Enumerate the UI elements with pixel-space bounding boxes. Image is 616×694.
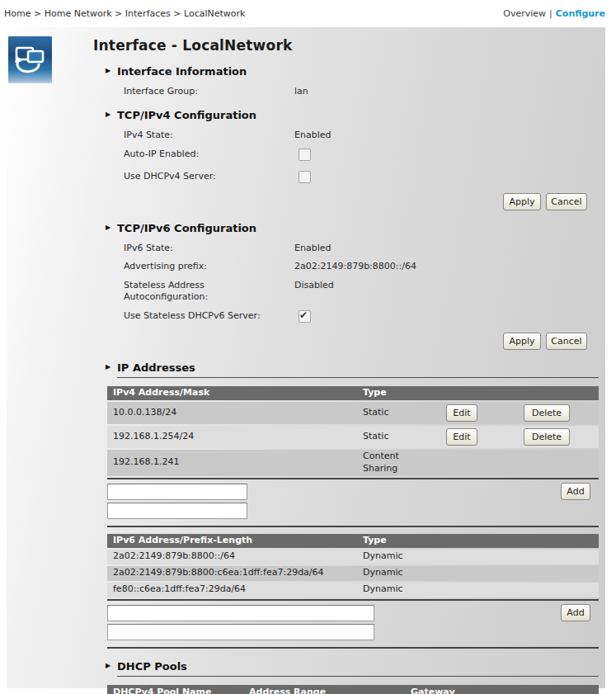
field-label: Advertising prefix:: [124, 261, 294, 272]
ipv4-address-input[interactable]: [107, 484, 247, 500]
column-header-type: Type: [363, 387, 421, 399]
table-row: 2a02:2149:879b:8800:c6ea:1dff:fea7:29da/…: [107, 566, 599, 581]
ipv6-table-header: IPv6 Address/Prefix-Length Type: [107, 534, 599, 548]
interface-config-page: Home > Home Network > Interfaces > Local…: [0, 0, 616, 694]
top-bar: Home > Home Network > Interfaces > Local…: [0, 0, 616, 27]
type-cell: Dynamic: [363, 567, 421, 578]
field-label: Use Stateless DHCPv6 Server:: [124, 310, 294, 322]
overview-link[interactable]: Overview: [503, 8, 546, 19]
table-row: 192.168.1.254/24 Static Edit Delete: [107, 426, 599, 448]
ipv6-add-button[interactable]: Add: [561, 604, 590, 621]
section-heading-ip-addresses: ▶ IP Addresses: [117, 361, 599, 378]
edit-button[interactable]: Edit: [446, 404, 477, 422]
field-value: Disabled: [294, 280, 334, 303]
delete-button[interactable]: Delete: [524, 428, 570, 446]
address-cell: 10.0.0.138/24: [107, 407, 363, 418]
column-header-pool-name: DHCPv4 Pool Name: [107, 687, 249, 694]
address-cell: fe80::c6ea:1dff:fea7:29da/64: [107, 583, 363, 595]
ipv6-apply-button[interactable]: Apply: [503, 333, 541, 350]
type-cell: Dynamic: [363, 583, 421, 595]
ipv6-address-table: IPv6 Address/Prefix-Length Type 2a02:214…: [107, 534, 599, 649]
field-ipv6-state: IPv6 State: Enabled: [124, 243, 599, 254]
column-header-address: IPv6 Address/Prefix-Length: [107, 535, 363, 546]
section-heading-ipv6: ▶ TCP/IPv6 Configuration: [117, 222, 599, 234]
ipv4-mask-input[interactable]: [107, 503, 247, 519]
ipv4-address-table: IPv4 Address/Mask Type 10.0.0.138/24 Sta…: [107, 386, 599, 527]
ipv4-table-header: IPv4 Address/Mask Type: [107, 386, 599, 400]
field-value: Enabled: [294, 243, 331, 254]
dhcp-table-header: DHCPv4 Pool Name Address Range Gateway: [107, 685, 599, 694]
field-label: Interface Group:: [124, 86, 294, 97]
ipv6-add-section: Add: [107, 601, 599, 645]
field-autoip-enabled: Auto-IP Enabled:: [124, 149, 599, 161]
address-cell: 192.168.1.241: [107, 456, 363, 468]
field-value: Enabled: [294, 130, 331, 141]
field-label: Use DHCPv4 Server:: [124, 171, 294, 182]
ipv4-action-row: Apply Cancel: [107, 193, 599, 210]
field-use-dhcpv4: Use DHCPv4 Server:: [124, 171, 599, 183]
ipv6-prefix-input[interactable]: [107, 624, 374, 640]
ipv4-apply-button[interactable]: Apply: [503, 193, 541, 210]
nav-separator: |: [549, 8, 553, 19]
top-nav: Overview|Configure: [503, 8, 605, 19]
autoip-checkbox[interactable]: [299, 149, 311, 161]
field-stateless-autoconf: Stateless Address Autoconfiguration: Dis…: [124, 280, 599, 303]
address-cell: 192.168.1.254/24: [107, 431, 363, 442]
dhcpv4-checkbox[interactable]: [299, 171, 311, 183]
configure-link[interactable]: Configure: [556, 8, 605, 19]
field-interface-group: Interface Group: lan: [124, 86, 599, 97]
section-heading-dhcp-pools: ▶ DHCP Pools: [117, 660, 599, 677]
table-row: 192.168.1.241 Content Sharing: [107, 450, 599, 476]
dhcp-pools-table: DHCPv4 Pool Name Address Range Gateway L…: [107, 685, 599, 694]
table-row: 2a02:2149:879b:8800::/64 Dynamic: [107, 550, 599, 564]
field-label: Stateless Address Autoconfiguration:: [124, 280, 223, 303]
address-cell: 2a02:2149:879b:8800:c6ea:1dff:fea7:29da/…: [107, 567, 363, 578]
page-title: Interface - LocalNetwork: [93, 37, 599, 54]
section-arrow-icon: ▶: [106, 662, 111, 669]
section-arrow-icon: ▶: [106, 67, 111, 74]
ipv6-action-row: Apply Cancel: [107, 333, 599, 350]
section-arrow-icon: ▶: [106, 363, 111, 371]
breadcrumb[interactable]: Home > Home Network > Interfaces > Local…: [4, 8, 245, 19]
ipv4-add-section: Add: [107, 479, 599, 524]
field-ipv4-state: IPv4 State: Enabled: [124, 130, 599, 141]
type-cell: Content Sharing: [363, 451, 421, 474]
column-header-type: Type: [363, 535, 421, 546]
column-header-address: IPv4 Address/Mask: [107, 387, 363, 399]
ipv4-cancel-button[interactable]: Cancel: [546, 193, 587, 210]
ipv6-address-input[interactable]: [107, 605, 374, 621]
field-advertising-prefix: Advertising prefix: 2a02:2149:879b:8800:…: [124, 261, 599, 272]
dhcpv6-checkbox[interactable]: [299, 310, 311, 323]
address-cell: 2a02:2149:879b:8800::/64: [107, 550, 363, 562]
network-interfaces-icon: [8, 36, 52, 83]
column-header-gateway: Gateway: [411, 687, 501, 694]
ipv6-cancel-button[interactable]: Cancel: [546, 333, 587, 350]
delete-button[interactable]: Delete: [524, 404, 570, 422]
content-panel: Interface - LocalNetwork ▶ Interface Inf…: [7, 27, 605, 688]
type-cell: Static: [363, 431, 421, 442]
field-value: 2a02:2149:879b:8800::/64: [294, 261, 416, 272]
field-label: Auto-IP Enabled:: [124, 149, 294, 160]
edit-button[interactable]: Edit: [446, 428, 477, 446]
section-heading-interface-information: ▶ Interface Information: [117, 65, 599, 78]
field-use-stateless-dhcpv6: Use Stateless DHCPv6 Server:: [124, 310, 599, 323]
field-value: lan: [294, 86, 308, 97]
table-row: 10.0.0.138/24 Static Edit Delete: [107, 402, 599, 424]
table-row: fe80::c6ea:1dff:fea7:29da/64 Dynamic: [107, 583, 599, 597]
section-arrow-icon: ▶: [106, 224, 111, 231]
field-label: IPv4 State:: [124, 130, 294, 141]
section-arrow-icon: ▶: [106, 111, 111, 118]
section-heading-ipv4: ▶ TCP/IPv4 Configuration: [117, 109, 599, 121]
type-cell: Static: [363, 407, 421, 418]
ipv4-add-button[interactable]: Add: [561, 483, 590, 500]
column-header-address-range: Address Range: [249, 687, 411, 694]
field-label: IPv6 State:: [124, 243, 294, 254]
type-cell: Dynamic: [363, 550, 421, 562]
